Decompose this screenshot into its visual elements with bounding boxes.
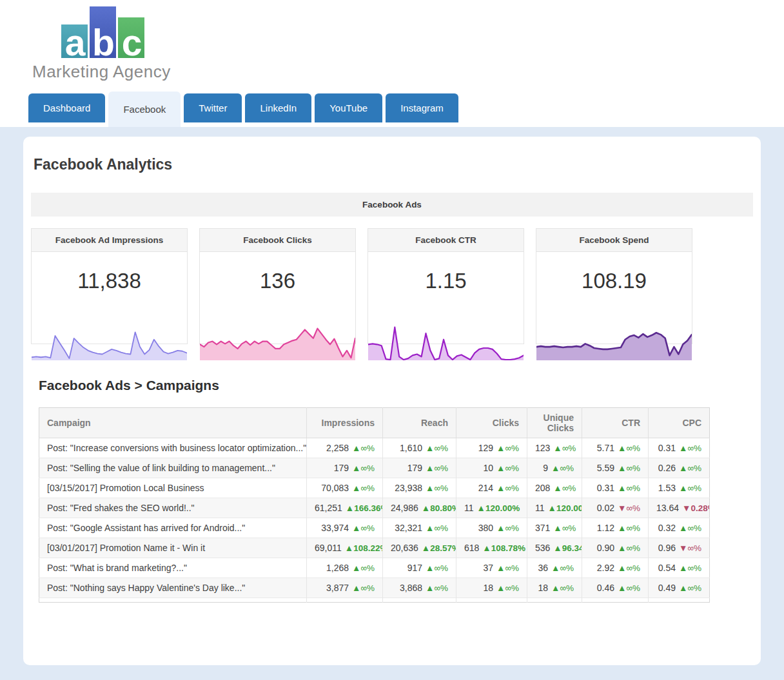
delta-up-indicator: ▲∞% [551, 583, 574, 593]
metric-cell: 179▲∞% [383, 458, 456, 478]
delta-up-indicator: ▲80.80% [422, 503, 456, 513]
kpi-row: Facebook Ad Impressions11,838Facebook Cl… [31, 228, 753, 344]
metric-value: 214 [478, 483, 493, 493]
delta-up-indicator: ▲120.00% [548, 503, 582, 513]
metric-value: 0.90 [597, 543, 614, 553]
campaign-name-cell: Post: "What is brand marketing?..." [39, 558, 307, 578]
delta-up-indicator: ▲∞% [553, 443, 576, 453]
delta-up-indicator: ▲∞% [551, 563, 574, 573]
metric-value: 69,011 [315, 543, 342, 553]
logo-bar-a: a [61, 24, 88, 58]
metric-cell: 18▲∞% [456, 578, 527, 598]
metric-cell: 33,974▲∞% [307, 518, 383, 538]
metric-value: 33,974 [321, 523, 349, 533]
metric-cell: 37▲∞% [456, 558, 527, 578]
logo-letter-a: a [65, 28, 84, 58]
metric-value: 37 [483, 563, 493, 573]
metric-cell: 1.53▲∞% [649, 478, 710, 498]
tab-facebook[interactable]: Facebook [108, 92, 181, 127]
kpi-card-facebook-ad-impressions: Facebook Ad Impressions11,838 [31, 228, 188, 344]
delta-up-indicator: ▲∞% [352, 483, 375, 493]
delta-up-indicator: ▲∞% [679, 463, 701, 473]
metric-value: 380 [478, 523, 493, 533]
campaigns-table: CampaignImpressionsReachClicksUnique Cli… [39, 407, 710, 603]
metric-cell: 3,868▲∞% [383, 578, 456, 598]
kpi-value: 136 [200, 269, 355, 293]
delta-up-indicator: ▲120.00% [477, 503, 520, 513]
metric-cell: 179▲∞% [307, 458, 383, 478]
table-row: [03/15/2017] Promotion Local Business70,… [39, 478, 710, 498]
metric-value: 371 [535, 523, 550, 533]
campaign-name-cell: Post: "Increase conversions with busines… [39, 438, 307, 458]
metric-value: 129 [478, 443, 493, 453]
metric-cell: 0.32▲∞% [649, 518, 710, 538]
tab-twitter[interactable]: Twitter [184, 93, 242, 122]
column-header-clicks: Clicks [456, 408, 527, 438]
tab-youtube[interactable]: YouTube [315, 93, 382, 122]
metric-value: 0.02 [597, 503, 614, 513]
metric-value: 179 [407, 463, 422, 473]
table-row: Post: "Selling the value of link buildin… [39, 458, 710, 478]
metric-value: 0.46 [597, 583, 614, 593]
metric-value: 9 [543, 463, 548, 473]
metric-value: 208 [535, 483, 550, 493]
kpi-body: 11,838 [32, 269, 187, 360]
metric-cell: 0.26▲∞% [649, 458, 710, 478]
column-header-ctr: CTR [582, 408, 649, 438]
metric-value: 13.64 [656, 503, 679, 513]
metric-value: 3,868 [400, 583, 422, 593]
delta-up-indicator: ▲∞% [679, 563, 701, 573]
delta-up-indicator: ▲166.36% [346, 503, 383, 513]
kpi-title: Facebook Clicks [200, 229, 355, 252]
metric-value: 61,251 [315, 503, 342, 513]
kpi-title: Facebook Spend [536, 229, 692, 252]
metric-value: 0.26 [658, 463, 676, 473]
tab-dashboard[interactable]: Dashboard [28, 93, 105, 122]
metric-cell: 0.46▲∞% [582, 578, 649, 598]
delta-up-indicator: ▲∞% [426, 583, 448, 593]
delta-up-indicator: ▲∞% [618, 463, 640, 473]
metric-value: 917 [407, 563, 422, 573]
column-header-campaign: Campaign [39, 408, 307, 438]
logo-subtitle: Marketing Agency [32, 62, 171, 82]
table-body: Post: "Increase conversions with busines… [39, 438, 710, 603]
metric-cell: 70,083▲∞% [307, 478, 383, 498]
metric-cell: 214▲∞% [456, 478, 527, 498]
metric-value: 11 [464, 503, 474, 513]
delta-up-indicator: ▲∞% [618, 443, 640, 453]
metric-value: 0.32 [658, 523, 676, 533]
delta-up-indicator: ▲∞% [553, 523, 576, 533]
kpi-body: 136 [200, 269, 355, 360]
kpi-value: 1.15 [368, 269, 524, 293]
delta-down-indicator: ▼∞% [679, 543, 701, 553]
delta-up-indicator: ▲∞% [679, 583, 701, 593]
delta-up-indicator: ▲∞% [352, 563, 375, 573]
column-header-unique-clicks: Unique Clicks [527, 408, 582, 438]
metric-cell: 32,321▲∞% [383, 518, 456, 538]
metric-cell: 18▲∞% [527, 578, 582, 598]
metric-value: 5.71 [597, 443, 614, 453]
table-row-partial [39, 598, 710, 603]
metric-cell: 1,268▲∞% [307, 558, 383, 578]
metric-cell: 917▲∞% [383, 558, 456, 578]
kpi-title: Facebook Ad Impressions [32, 229, 187, 252]
delta-up-indicator: ▲∞% [426, 483, 448, 493]
table-row: Post: "Nothing says Happy Valentine's Da… [39, 578, 710, 598]
kpi-value: 11,838 [32, 269, 187, 293]
metric-cell: 2,258▲∞% [307, 438, 383, 458]
table-row: Post: "Fred shakes the SEO world!.."61,2… [39, 498, 710, 518]
page-title: Facebook Analytics [34, 156, 761, 173]
metric-value: 3,877 [326, 583, 349, 593]
metric-cell: 10▲∞% [456, 458, 527, 478]
tab-linkedin[interactable]: LinkedIn [245, 93, 311, 122]
table-row: Post: "Google Assistant has arrived for … [39, 518, 710, 538]
table-row: Post: "Increase conversions with busines… [39, 438, 710, 458]
logo-bar-b: b [90, 6, 116, 58]
metric-value: 11 [535, 503, 545, 513]
metric-cell: 23,938▲∞% [383, 478, 456, 498]
tab-instagram[interactable]: Instagram [386, 93, 458, 122]
metric-cell: 5.71▲∞% [582, 438, 649, 458]
kpi-sparkline-chart [200, 324, 355, 360]
delta-up-indicator: ▲∞% [679, 443, 701, 453]
delta-up-indicator: ▲∞% [679, 483, 701, 493]
